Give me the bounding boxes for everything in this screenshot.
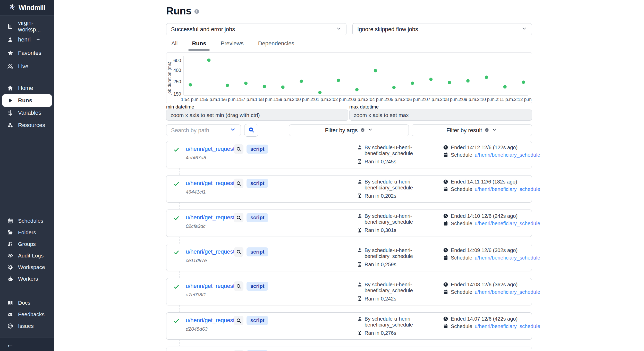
home-icon [7, 85, 14, 91]
filter-by-result-button[interactable]: Filter by result [412, 124, 532, 136]
github-icon [7, 323, 14, 329]
user-icon [7, 36, 14, 43]
filter-by-result-label: Filter by result [446, 127, 482, 134]
tab-runs[interactable]: Runs [190, 38, 208, 51]
tab-dependencies[interactable]: Dependencies [257, 38, 296, 51]
sidebar-item-workers[interactable]: Workers [0, 273, 54, 285]
sidebar-item-runs[interactable]: Runs [2, 94, 52, 107]
inspect-run-button[interactable] [234, 350, 243, 351]
run-row[interactable]: u/henri/get_request script 02cfa3dc By s… [166, 210, 532, 237]
sidebar-item-groups[interactable]: Groups [0, 238, 54, 250]
sidebar-item-docs[interactable]: Docs [0, 297, 54, 308]
skip-flow-jobs-value: Ignore skipped flow jobs [357, 26, 521, 33]
sidebar-item-favorites[interactable]: Favorites [0, 46, 54, 60]
svg-text:2:07 p.m.: 2:07 p.m. [421, 97, 440, 102]
svg-text:2:05 p.m.: 2:05 p.m. [385, 97, 403, 102]
info-icon[interactable] [194, 9, 199, 15]
audit-logs-label: Audit Logs [18, 253, 44, 259]
discord-icon [7, 311, 14, 318]
run-row[interactable]: u/henri/get_request script 46441cf1 By s… [166, 175, 532, 203]
tab-previews[interactable]: Previews [219, 38, 245, 51]
run-duration: Ran in 0,301s [365, 227, 396, 233]
run-duration: Ran in 0,245s [365, 159, 396, 165]
run-by-line2: beneficiary_schedule [365, 219, 413, 225]
sidebar-footer-group: Docs Feedbacks Issues [0, 297, 54, 332]
schedule-path-link[interactable]: u/henri/beneficiary_schedule [474, 152, 540, 158]
inspect-run-button[interactable] [234, 247, 243, 257]
sidebar-item-schedules[interactable]: Schedules [0, 215, 54, 227]
chevron-down-icon [336, 26, 342, 33]
run-path-link[interactable]: u/henri/get_request [186, 283, 235, 289]
inspect-run-button[interactable] [234, 144, 243, 154]
svg-text:2:04 p.m.: 2:04 p.m. [366, 97, 385, 102]
groups-label: Groups [18, 241, 36, 247]
run-row[interactable]: u/henri/get_request script a7e038f1 By s… [166, 278, 532, 305]
run-schedule-info: Ended 14:12 12/6 (122s ago) Schedule u/h… [443, 145, 540, 160]
run-row[interactable]: u/henri/get_request script 4ebf67a8 By s… [166, 141, 532, 168]
windmill-runs-page: Windmill virgin-worksp... henri [0, 0, 644, 351]
max-datetime-input[interactable] [349, 110, 532, 121]
schedule-path-link[interactable]: u/henri/beneficiary_schedule [474, 255, 540, 261]
run-schedule-info: Ended 14:09 12/6 (302s ago) Schedule u/h… [443, 247, 540, 262]
inspect-run-button[interactable] [234, 316, 243, 325]
min-datetime-label: min datetime [166, 104, 194, 110]
skip-flow-jobs-select[interactable]: Ignore skipped flow jobs [352, 23, 532, 35]
schedule-path-link[interactable]: u/henri/beneficiary_schedule [474, 186, 540, 192]
app-logo[interactable]: Windmill [0, 0, 54, 15]
run-by-line1: By schedule-u-henri- [365, 247, 413, 253]
sidebar-item-home[interactable]: Home [0, 82, 54, 94]
schedule-path-link[interactable]: u/henri/beneficiary_schedule [474, 221, 540, 227]
person-icon [357, 316, 362, 321]
run-id: ce11d97e [186, 258, 207, 263]
inspect-run-button[interactable] [234, 281, 243, 291]
sidebar-item-audit-logs[interactable]: Audit Logs [0, 250, 54, 261]
search-by-path-select[interactable]: Search by path [166, 124, 241, 136]
inspect-run-button[interactable] [234, 213, 243, 222]
run-trigger-info: By schedule-u-henri- beneficiary_schedul… [357, 247, 413, 268]
run-row[interactable]: u/henri/get_request script ce11d97e By s… [166, 244, 532, 271]
sidebar-top-group: virgin-worksp... henri Favorites [0, 20, 54, 73]
sidebar-item-resources[interactable]: Resources [0, 119, 54, 131]
sidebar-item-feedbacks[interactable]: Feedbacks [0, 308, 54, 320]
windmill-logo-icon [9, 4, 16, 12]
clock-icon [443, 316, 448, 322]
calendar-filled-icon [443, 255, 448, 261]
run-path-link[interactable]: u/henri/get_request [186, 146, 235, 152]
workspace-label: virgin-worksp... [18, 20, 54, 33]
tab-all[interactable]: All [170, 38, 179, 51]
sidebar-item-variables[interactable]: Variables [0, 107, 54, 119]
run-row[interactable]: u/henri/get_request script By schedule-u… [166, 347, 532, 351]
job-status-value: Successful and error jobs [171, 26, 336, 33]
run-path-link[interactable]: u/henri/get_request [186, 180, 235, 187]
group-gear-icon [7, 241, 14, 247]
run-row[interactable]: u/henri/get_request script d2048d63 By s… [166, 312, 532, 340]
favorites-label: Favorites [18, 50, 41, 56]
runs-chart[interactable]: job duration (ms)1502504006001:54 p.m.1:… [166, 52, 532, 103]
sidebar-item-issues[interactable]: Issues [0, 320, 54, 332]
schedule-path-link[interactable]: u/henri/beneficiary_schedule [474, 323, 540, 329]
home-label: Home [18, 85, 33, 91]
run-path-link[interactable]: u/henri/get_request [186, 317, 235, 324]
run-path-link[interactable]: u/henri/get_request [186, 248, 235, 255]
sidebar-item-workspace-settings[interactable]: Workspace [0, 261, 54, 273]
sidebar-item-user[interactable]: henri [0, 33, 54, 46]
job-status-select[interactable]: Successful and error jobs [166, 23, 346, 35]
runs-label: Runs [18, 97, 32, 104]
schedule-label: Schedule [451, 289, 472, 295]
min-datetime-input[interactable] [166, 110, 348, 121]
run-path-link[interactable]: u/henri/get_request [186, 214, 235, 221]
person-icon [357, 247, 362, 253]
schedule-path-link[interactable]: u/henri/beneficiary_schedule [474, 289, 540, 295]
success-check-icon [173, 181, 180, 188]
sidebar-item-workspace[interactable]: virgin-worksp... [0, 20, 54, 33]
collapse-sidebar-button[interactable]: ← [6, 341, 14, 348]
sidebar-item-folders[interactable]: Folders [0, 227, 54, 238]
sidebar-item-live[interactable]: Live [0, 60, 54, 73]
filter-by-args-button[interactable]: Filter by args [289, 124, 409, 136]
robot-icon [7, 275, 14, 282]
person-icon [357, 282, 362, 287]
inspect-run-button[interactable] [234, 179, 243, 188]
search-button[interactable] [244, 124, 258, 137]
svg-text:250: 250 [173, 79, 181, 84]
users-icon [7, 63, 14, 70]
